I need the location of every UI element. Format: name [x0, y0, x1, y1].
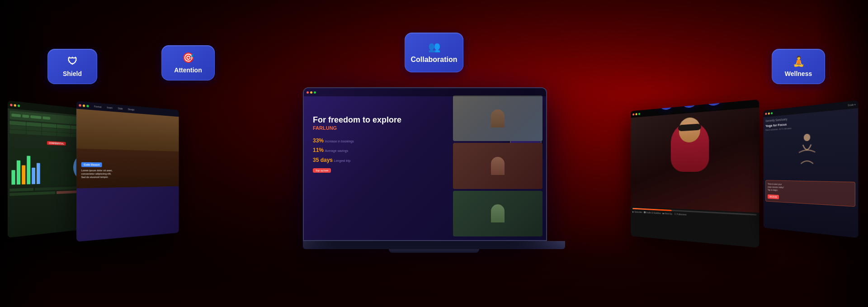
- svg-point-0: [804, 134, 811, 142]
- sky: [76, 109, 179, 152]
- dot-yellow: [14, 104, 16, 107]
- tb-item: [22, 114, 29, 118]
- video-player-content: ▶ Episodes 💬 Audio & Subtitles ⏭ Next Ep…: [631, 107, 759, 248]
- signup-button[interactable]: Sign up here: [313, 168, 331, 173]
- stat-1-label: Increase in bookings: [325, 140, 354, 143]
- presentation-content: Gobi Desert Lorem ipsum dolor sit amet,c…: [76, 109, 179, 242]
- bar: [37, 163, 40, 184]
- dot-green: [86, 104, 89, 107]
- dot-yellow: [310, 91, 312, 94]
- sunglasses: [678, 123, 701, 131]
- stat-1: 33%: [313, 137, 324, 144]
- dot-green: [638, 113, 640, 115]
- spacer: [313, 97, 440, 103]
- slide-text: Gobi Desert Lorem ipsum dolor sit amet,c…: [81, 162, 113, 179]
- main-scene: CONFIDENTIAL: [0, 0, 868, 307]
- yoga-figure: [797, 132, 817, 178]
- slide: Gobi Desert Lorem ipsum dolor sit amet,c…: [76, 109, 179, 242]
- app-left-panel: For freedom to explore FARLUNG 33% Incre…: [304, 88, 449, 240]
- menu-item: Slide: [118, 107, 123, 110]
- badge-collaboration: 👥 Collaboration: [405, 33, 463, 72]
- stat-row: 33% Increase in bookings: [313, 136, 440, 146]
- person-2: [491, 157, 505, 175]
- fullscreen-btn[interactable]: ⛶ Fullscreen: [675, 213, 687, 216]
- dot-green: [314, 91, 316, 94]
- bar: [27, 156, 30, 184]
- dot-green: [771, 112, 773, 114]
- screen-video-player: 👍 💡 🎯: [631, 99, 759, 248]
- episodes-btn[interactable]: ▶ Episodes: [632, 210, 642, 213]
- collaboration-label: Collaboration: [410, 56, 457, 64]
- laptop-stand: [303, 241, 565, 253]
- promo-card: Time to start youryoga session today!Tap…: [765, 180, 855, 207]
- slide-description: Lorem ipsum dolor sit amet,consectetur a…: [81, 169, 113, 179]
- shield-icon: 🛡: [67, 56, 77, 67]
- dot-yellow: [768, 112, 770, 114]
- next-btn[interactable]: ⏭ Next Ep.: [662, 212, 673, 215]
- hero-text: For freedom to explore: [313, 115, 401, 124]
- dot-red: [10, 104, 12, 106]
- collaboration-icon: 👥: [428, 41, 440, 53]
- badge-wellness: 🧘 Wellness: [772, 49, 825, 84]
- app-right-panel: Travel AppPreview: [449, 88, 546, 240]
- bar: [22, 165, 25, 184]
- laptop-body: For freedom to explore FARLUNG 33% Incre…: [303, 87, 547, 241]
- stat-row: 11% Average savings: [313, 146, 440, 156]
- snooze-btn[interactable]: SNOOZE: [768, 194, 779, 199]
- bar: [32, 168, 35, 184]
- brand-text: FARLUNG: [313, 125, 440, 131]
- stat-2: 11%: [313, 147, 324, 153]
- stat-3: 35 days: [313, 157, 333, 163]
- attention-label: Attention: [174, 66, 202, 74]
- video-main: [631, 107, 759, 213]
- tb-item: [11, 113, 21, 117]
- menu-item: Design: [128, 108, 135, 111]
- video-tile-2: [453, 143, 542, 189]
- wellness-label: Wellness: [785, 70, 812, 77]
- laptop: For freedom to explore FARLUNG 33% Incre…: [303, 87, 565, 253]
- cell: [9, 129, 26, 134]
- wellness-content: Serenity Sanctuary Yoga for Focus Next s…: [764, 108, 859, 238]
- bar: [17, 161, 20, 184]
- subtitles-btn[interactable]: 💬 Audio & Subtitles: [644, 211, 661, 215]
- menu-item: Insert: [107, 106, 112, 109]
- video-tile-3: [453, 191, 542, 236]
- laptop-screen: For freedom to explore FARLUNG 33% Incre…: [304, 88, 546, 240]
- menu-items: Format Insert Slide Design: [94, 105, 134, 111]
- dot-yellow: [636, 113, 637, 115]
- laptop-taskbar: [304, 240, 546, 241]
- dot-yellow: [83, 104, 85, 107]
- stat-row: 35 days Longest trip: [313, 156, 440, 165]
- video-bg: [631, 107, 759, 213]
- wellness-icon: 🧘: [793, 56, 805, 67]
- stat-2-label: Average savings: [325, 149, 349, 152]
- dot-red: [632, 113, 634, 115]
- screen-presentation: Format Insert Slide Design Gobi Desert L…: [76, 101, 179, 241]
- tb-item: [30, 115, 41, 119]
- stats-block: 33% Increase in bookings 11% Average sav…: [313, 136, 440, 165]
- video-tile-1: [453, 95, 542, 141]
- hero-heading: For freedom to explore: [313, 115, 440, 125]
- screen-wellness: Scale ▾ Serenity Sanctuary Yoga for Focu…: [764, 100, 859, 238]
- bar-chart: [11, 156, 71, 185]
- dot-red: [765, 113, 767, 115]
- laptop-base: [303, 241, 565, 249]
- bar: [11, 170, 15, 184]
- confidential-badge: CONFIDENTIAL: [47, 141, 66, 146]
- cell: [57, 132, 71, 137]
- stat-3-label: Longest trip: [334, 159, 351, 162]
- tb-item: [42, 116, 50, 120]
- dot-green: [18, 104, 20, 107]
- person-1: [491, 109, 505, 128]
- person-3: [491, 204, 505, 222]
- menu-item: Format: [94, 105, 101, 109]
- dot-red: [307, 91, 309, 94]
- attention-icon: 🎯: [182, 52, 194, 64]
- cell: [26, 131, 42, 135]
- badge-shield: 🛡 Shield: [47, 49, 97, 84]
- laptop-topbar: [304, 88, 546, 96]
- dot-red: [79, 104, 81, 107]
- cell: [42, 132, 56, 136]
- shield-label: Shield: [63, 70, 82, 77]
- badge-attention: 🎯 Attention: [161, 45, 215, 80]
